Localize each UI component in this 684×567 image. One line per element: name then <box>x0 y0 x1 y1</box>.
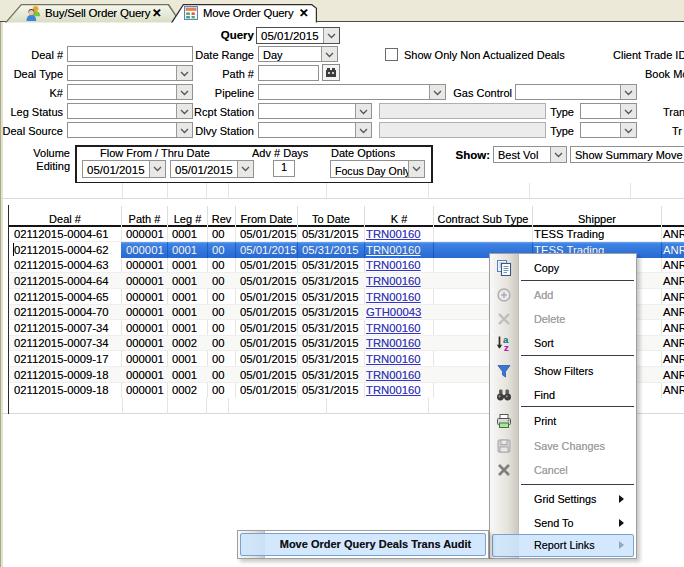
svg-text:z: z <box>504 342 509 351</box>
